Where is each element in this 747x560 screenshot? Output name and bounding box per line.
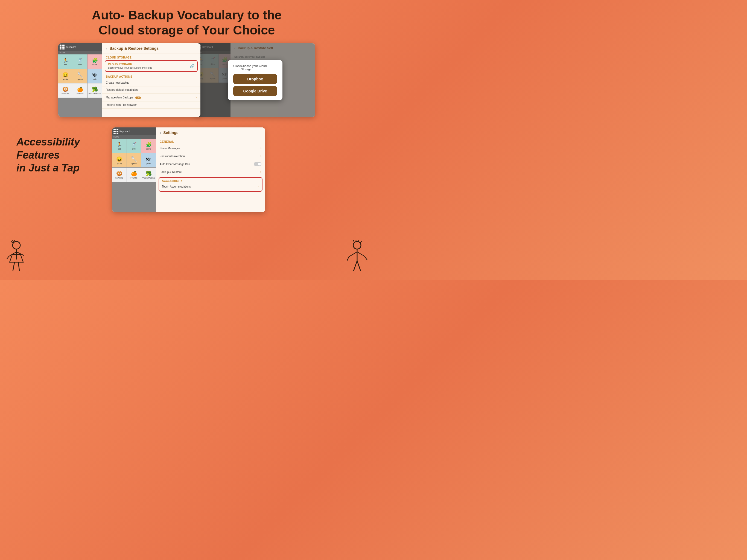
right-screenshot-inner: Keyboard HOME 🏃eat 🥤drink 🧩some 😖yucky 🥄…	[195, 43, 315, 117]
bottom-cell-eat: 🏃 eat	[112, 138, 127, 153]
svg-point-10	[353, 241, 361, 249]
doodle-boy-figure	[345, 240, 369, 276]
vocab-panel-header: Keyboard	[58, 43, 102, 51]
vocab-cell-spoon: 🥄 spoon	[73, 69, 87, 83]
vocab-cell-vegetables: 🥦 VEGETABLES	[87, 83, 102, 98]
vocab-cell-fruits: 🍊 FRUITS	[73, 83, 87, 98]
vocab-cell-eat: 🏃 eat	[58, 54, 73, 69]
keyboard-label: Keyboard	[66, 46, 76, 48]
svg-line-6	[7, 256, 9, 259]
keyboard-label-bottom: Keyboard	[120, 130, 130, 133]
settings-header-bottom: ‹ Settings	[156, 127, 265, 138]
modal-header: Close Choose your Cloud Storage	[233, 64, 277, 71]
vocab-cell-yucky: 😖 yucky	[58, 69, 73, 83]
svg-line-11	[353, 240, 354, 242]
settings-title-bottom: Settings	[163, 130, 178, 135]
back-arrow-icon[interactable]: ‹	[106, 46, 107, 51]
bottom-cell-drink: 🥤 drink	[127, 138, 141, 153]
arrow-icon-backup: ›	[260, 170, 261, 174]
home-bar-bottom: HOME	[112, 135, 156, 138]
modal-title: Choose your Cloud Storage	[241, 64, 277, 71]
accessibility-box: ACCESSIBILITY Touch Accommodations ›	[159, 177, 262, 192]
backup-settings-screenshot-left: Keyboard HOME 🏃 eat 🥤 drink 🧩 some	[58, 43, 200, 117]
backup-settings-screenshot-right: Keyboard HOME 🏃eat 🥤drink 🧩some 😖yucky 🥄…	[195, 43, 315, 117]
share-messages-item[interactable]: Share Messages ›	[156, 144, 265, 152]
on-badge: ON	[135, 97, 141, 99]
home-bar: HOME	[58, 51, 102, 54]
settings-panel-left: ‹ Backup & Restore Settings CLOUD STORAG…	[102, 43, 200, 117]
arrow-icon-touch: ›	[258, 184, 259, 188]
doodle-girl-figure	[4, 240, 29, 276]
vocab-grid-bottom: 🏃 eat 🥤 drink 🧩 some 😖 yucky 🥄 sp	[112, 138, 156, 182]
restore-default-item[interactable]: Restore default vocabulary	[102, 86, 200, 94]
accessibility-section-title: ACCESSIBILITY	[162, 179, 259, 182]
svg-line-5	[9, 252, 17, 256]
settings-screenshot-bottom: Keyboard HOME 🏃 eat 🥤 drink 🧩 some 😖	[112, 127, 265, 212]
modal-close-button[interactable]: Close	[233, 64, 241, 71]
arrow-icon: ›	[196, 96, 197, 99]
backup-restore-item[interactable]: Backup & Restore ›	[156, 168, 265, 176]
bottom-section: Accessibility Features in Just a Tap Key…	[0, 122, 374, 212]
svg-line-1	[11, 241, 13, 243]
link-icon: 🔗	[190, 64, 195, 68]
manage-auto-backups-item[interactable]: Manage Auto Backups ON ›	[102, 94, 200, 101]
bottom-cell-vegetables: 🥦 VEGETABLES	[141, 168, 156, 182]
svg-point-0	[12, 241, 20, 249]
cloud-storage-modal: Close Choose your Cloud Storage Dropbox …	[228, 60, 282, 100]
touch-accommodations-item[interactable]: Touch Accommodations ›	[162, 183, 259, 189]
arrow-icon-share: ›	[260, 146, 261, 150]
dropbox-button[interactable]: Dropbox	[233, 74, 277, 84]
backup-settings-title: Backup & Restore Settings	[109, 46, 159, 51]
main-title: Auto- Backup Vocabulary to the Cloud sto…	[0, 0, 374, 43]
backup-actions-title: BACKUP ACTIONS	[102, 74, 200, 79]
vocab-cell-some: 🧩 some	[87, 54, 102, 69]
vocab-header-bottom: Keyboard	[112, 127, 156, 135]
cloud-storage-text: CLOUD STORAGE Securely save your backups…	[108, 63, 152, 69]
arrow-icon-password: ›	[260, 154, 261, 158]
svg-line-17	[347, 257, 349, 261]
bottom-cell-yucky: 😖 yucky	[112, 153, 127, 167]
top-section: Keyboard HOME 🏃 eat 🥤 drink 🧩 some	[0, 43, 374, 117]
settings-panel-bottom: ‹ Settings GENERAL Share Messages › Pass…	[156, 127, 265, 212]
bottom-cell-fruits: 🍊 FRUITS	[127, 168, 141, 182]
google-drive-button[interactable]: Google Drive	[233, 86, 277, 96]
svg-line-14	[360, 241, 362, 243]
create-backup-item[interactable]: Create new backup	[102, 79, 200, 86]
bottom-cell-snacks: 🥨 SNACKS	[112, 168, 127, 182]
grid-icon	[60, 45, 65, 50]
import-file-browser-item[interactable]: Import From File Browser	[102, 101, 200, 108]
svg-line-8	[13, 262, 15, 271]
bottom-cell-plate: 🍽 plate	[141, 153, 156, 167]
svg-line-18	[357, 252, 364, 256]
vocab-panel-left: Keyboard HOME 🏃 eat 🥤 drink 🧩 some	[58, 43, 102, 117]
vocab-cell-plate: 🍽 plate	[87, 69, 102, 83]
bottom-cell-some: 🧩 some	[141, 138, 156, 153]
vocab-cell-drink: 🥤 drink	[73, 54, 87, 69]
password-protection-item[interactable]: Password Protection ›	[156, 152, 265, 160]
general-section-title: GENERAL	[156, 138, 265, 144]
cloud-storage-section-title: CLOUD STORAGE	[102, 54, 200, 60]
toggle-off-icon[interactable]	[254, 162, 261, 166]
auto-clear-message-item[interactable]: Auto Clear Message Box	[156, 160, 265, 168]
svg-line-9	[18, 262, 19, 271]
svg-line-16	[349, 252, 357, 257]
backup-settings-header: ‹ Backup & Restore Settings	[102, 43, 200, 54]
accessibility-features-label: Accessibility Features in Just a Tap	[17, 127, 101, 175]
svg-line-20	[354, 261, 357, 271]
vocab-cell-snacks: 🥨 SNACKS	[58, 83, 73, 98]
svg-line-21	[357, 261, 361, 271]
vocab-grid-left: 🏃 eat 🥤 drink 🧩 some 😖 yucky 🥄 sp	[58, 54, 102, 98]
cloud-storage-box-desc: Securely save your backups to the cloud	[108, 67, 152, 69]
grid-icon-bottom	[113, 129, 119, 134]
svg-line-19	[364, 256, 367, 260]
back-arrow-icon-bottom[interactable]: ‹	[160, 130, 161, 135]
vocab-panel-bottom: Keyboard HOME 🏃 eat 🥤 drink 🧩 some 😖	[112, 127, 156, 212]
cloud-storage-box-title: CLOUD STORAGE	[108, 63, 152, 66]
svg-line-2	[12, 240, 14, 242]
bottom-cell-spoon: 🥄 spoon	[127, 153, 141, 167]
cloud-storage-box[interactable]: CLOUD STORAGE Securely save your backups…	[105, 60, 198, 72]
